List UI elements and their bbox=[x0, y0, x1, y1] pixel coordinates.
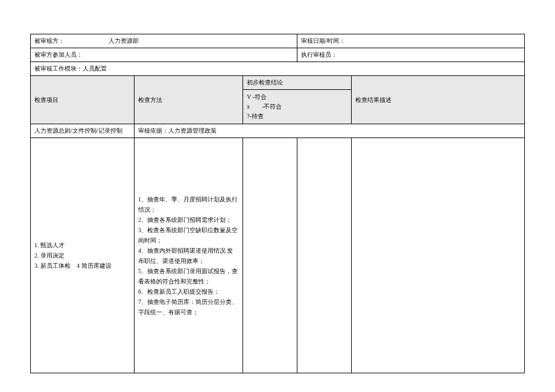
basis-left: 人力资源总则/文件控制/记录控制 bbox=[31, 124, 135, 138]
audit-date-cell: 审核日期/时间： bbox=[297, 34, 525, 48]
basis-right: 审核依据：人力资源管理政策 bbox=[134, 124, 524, 138]
header-row-1: 被审核方： 人力资源部 审核日期/时间： bbox=[31, 34, 525, 48]
module-label: 被审核工作模块：人员配置 bbox=[34, 65, 107, 72]
conclusion-cell-2 bbox=[297, 138, 352, 373]
check-methods-cell: 1、抽查年、季、月度招聘计划及执行 情况； 2、抽查各系统部门招聘需求计划； 3… bbox=[134, 138, 243, 373]
check-items-cell: 1. 甄选人才 2. 录用决定 3. 新员工体检 4 简历库建设 bbox=[31, 138, 135, 373]
col-result-desc: 检查结果描述 bbox=[352, 76, 525, 124]
col-check-item: 检查项目 bbox=[31, 76, 135, 124]
auditor-label: 执行审核员： bbox=[301, 51, 337, 58]
participants-cell: 被审方参加人员： bbox=[31, 48, 297, 62]
audit-date-label: 审核日期/时间： bbox=[301, 37, 345, 44]
basis-row: 人力资源总则/文件控制/记录控制 审核依据：人力资源管理政策 bbox=[31, 124, 525, 138]
legend-conform: V -符合 bbox=[247, 92, 347, 102]
audited-party-label: 被审核方： bbox=[34, 37, 65, 45]
audited-party-value: 人力资源部 bbox=[109, 37, 139, 45]
result-desc-cell bbox=[352, 138, 525, 373]
col-prelim-conclusion: 初步检查结论 bbox=[243, 76, 352, 90]
conclusion-legend-cell: V -符合 x -不符合 ?-待查 bbox=[243, 90, 352, 124]
audited-party-cell: 被审核方： 人力资源部 bbox=[31, 34, 297, 48]
module-cell: 被审核工作模块：人员配置 bbox=[31, 62, 525, 76]
module-row: 被审核工作模块：人员配置 bbox=[31, 62, 525, 76]
column-header-row-1: 检查项目 检查方法 初步检查结论 检查结果描述 bbox=[31, 76, 525, 90]
auditor-cell: 执行审核员： bbox=[297, 48, 525, 62]
audit-form-table: 被审核方： 人力资源部 审核日期/时间： 被审方参加人员： 执行审核员： 被审核… bbox=[30, 34, 525, 373]
col-check-method: 检查方法 bbox=[134, 76, 243, 124]
header-row-2: 被审方参加人员： 执行审核员： bbox=[31, 48, 525, 62]
legend-pending: ?-待查 bbox=[247, 112, 347, 121]
conclusion-cell-1 bbox=[243, 138, 297, 373]
content-row: 1. 甄选人才 2. 录用决定 3. 新员工体检 4 简历库建设 1、抽查年、季… bbox=[31, 138, 525, 373]
legend-nonconform: x -不符合 bbox=[247, 102, 347, 112]
participants-label: 被审方参加人员： bbox=[34, 51, 83, 58]
